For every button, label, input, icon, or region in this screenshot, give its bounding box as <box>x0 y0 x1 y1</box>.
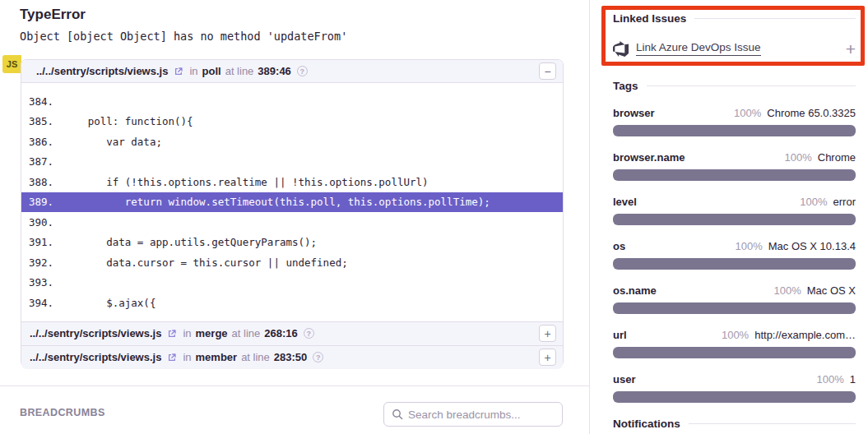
frame-info-icon[interactable]: ? <box>304 328 314 339</box>
code-line: 388. if (!this.options.realtime || !this… <box>21 172 563 192</box>
tag-percent: 100% <box>734 107 761 119</box>
tag-item-url: url 100% http://example.com… <box>613 329 856 358</box>
frame-file-path: ../../sentry/scripts/views.js <box>30 351 161 363</box>
frame-in-label: in <box>183 351 191 363</box>
expand-frame-button[interactable]: + <box>539 325 556 342</box>
tags-section: Tags browser 100% Chrome 65.0.3325 brows… <box>613 80 856 403</box>
tag-key: user <box>613 373 635 386</box>
frame-info-icon[interactable]: ? <box>297 66 308 76</box>
code-line: 391. data = app.utils.getQueryParams(); <box>21 233 563 253</box>
external-link-icon[interactable] <box>174 67 183 76</box>
heading-rule <box>647 85 856 86</box>
tag-key: level <box>613 196 637 208</box>
issue-sidebar: Linked Issues Link Azure DevOps Issue + … <box>613 0 856 430</box>
stack-frame-header-member[interactable]: ../../sentry/scripts/views.js in member … <box>21 345 563 369</box>
error-type-title: TypeError <box>20 7 86 23</box>
heading-rule <box>694 18 856 19</box>
stack-trace-panel: ../../sentry/scripts/views.js in poll at… <box>21 59 564 367</box>
frame-function-name: poll <box>202 65 221 77</box>
frame-line-number: 283:50 <box>274 351 307 363</box>
tag-key: browser <box>613 107 655 119</box>
tag-distribution-bar[interactable] <box>613 258 856 270</box>
tag-value: http://example.com… <box>754 329 856 341</box>
collapse-frame-button[interactable]: − <box>539 62 556 80</box>
tag-item-browser-name: browser.name 100% Chrome <box>613 151 856 181</box>
tag-distribution-bar[interactable] <box>613 169 856 181</box>
code-line: 390. <box>21 212 563 233</box>
search-icon <box>392 409 403 420</box>
frame-atline-label: at line <box>241 351 270 363</box>
frame-in-label: in <box>189 65 197 77</box>
tag-percent: 100% <box>785 151 812 164</box>
tag-value: Chrome <box>818 151 856 164</box>
tag-item-os: os 100% Mac OS X 10.13.4 <box>613 240 856 270</box>
error-message: Object [object Object] has no method 'up… <box>20 30 347 43</box>
tag-value: Mac OS X 10.13.4 <box>768 240 856 252</box>
heading-rule <box>689 423 856 424</box>
tag-key: os <box>613 240 625 252</box>
frame-line-number: 268:16 <box>264 327 297 339</box>
linked-issues-section: Linked Issues Link Azure DevOps Issue + <box>613 12 856 58</box>
breadcrumbs-search-input[interactable] <box>408 409 555 421</box>
tag-percent: 100% <box>736 240 763 252</box>
code-line: 387. <box>21 152 563 173</box>
tag-percent: 100% <box>800 196 827 208</box>
code-line: 393. <box>21 273 563 293</box>
code-line: 384. <box>21 91 563 112</box>
linked-issues-title: Linked Issues <box>613 12 686 25</box>
frame-function-name: member <box>196 351 238 363</box>
tag-value: Mac OS X <box>807 284 856 297</box>
frame-atline-label: at line <box>232 327 261 339</box>
tag-item-browser: browser 100% Chrome 65.0.3325 <box>613 107 856 136</box>
notifications-section: Notifications <box>613 418 856 430</box>
tag-value: 1 <box>850 373 856 386</box>
platform-js-badge: JS <box>2 55 21 73</box>
breadcrumbs-section-title: BREADCRUMBS <box>20 407 105 418</box>
sidebar-divider <box>589 0 590 434</box>
code-line: 386. var data; <box>21 132 563 152</box>
frame-file-path: ../../sentry/scripts/views.js <box>36 65 168 77</box>
frame-line-number: 389:46 <box>258 65 290 77</box>
tag-item-level: level 100% error <box>613 196 856 225</box>
frame-in-label: in <box>183 327 191 339</box>
section-divider <box>0 386 590 386</box>
tag-distribution-bar[interactable] <box>613 125 856 136</box>
code-line: 385. poll: function(){ <box>21 112 563 132</box>
notifications-title: Notifications <box>613 418 680 430</box>
tag-distribution-bar[interactable] <box>613 302 856 314</box>
code-line: 394. $.ajax({ <box>21 293 563 313</box>
tag-item-user: user 100% 1 <box>613 373 856 403</box>
tag-percent: 100% <box>722 329 749 341</box>
frame-atline-label: at line <box>225 65 254 77</box>
tag-distribution-bar[interactable] <box>613 391 856 403</box>
tag-percent: 100% <box>774 284 801 297</box>
tag-distribution-bar[interactable] <box>613 214 856 225</box>
tags-title: Tags <box>613 80 638 92</box>
highlighted-code-line: 389. return window.setTimeout(this.poll,… <box>21 192 563 213</box>
frame-info-icon[interactable]: ? <box>313 352 323 362</box>
breadcrumbs-search-box[interactable] <box>383 402 563 427</box>
frame-file-path: ../../sentry/scripts/views.js <box>30 327 161 339</box>
tag-key: browser.name <box>613 151 685 164</box>
azure-devops-icon <box>613 41 629 57</box>
stack-frame-header-poll[interactable]: ../../sentry/scripts/views.js in poll at… <box>21 60 563 83</box>
tag-key: url <box>613 329 627 341</box>
frame-function-name: merge <box>196 327 228 339</box>
add-linked-issue-button[interactable]: + <box>846 40 856 58</box>
stack-frame-header-merge[interactable]: ../../sentry/scripts/views.js in merge a… <box>21 321 563 345</box>
source-code-block: 384. 385. poll: function(){ 386. var dat… <box>21 83 563 321</box>
tag-key: os.name <box>613 284 657 297</box>
external-link-icon[interactable] <box>167 353 177 362</box>
code-line: 392. data.cursor = this.cursor || undefi… <box>21 252 563 273</box>
link-azure-devops-issue-link[interactable]: Link Azure DevOps Issue <box>636 41 761 56</box>
tag-value: Chrome 65.0.3325 <box>767 107 856 119</box>
tag-item-os-name: os.name 100% Mac OS X <box>613 284 856 314</box>
external-link-icon[interactable] <box>167 329 177 339</box>
tag-distribution-bar[interactable] <box>613 347 856 358</box>
tag-percent: 100% <box>817 373 844 386</box>
tag-value: error <box>833 196 856 208</box>
expand-frame-button[interactable]: + <box>539 349 556 366</box>
